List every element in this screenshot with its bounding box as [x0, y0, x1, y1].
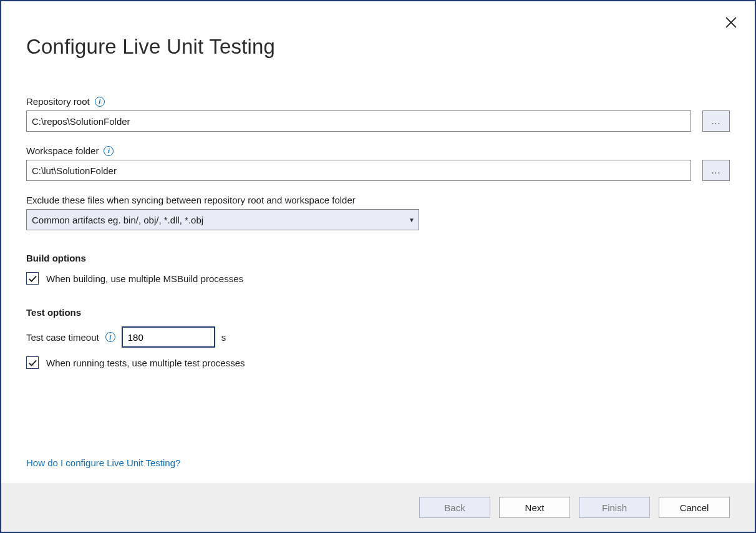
workspace-folder-label: Workspace folder [26, 145, 99, 156]
close-button[interactable] [725, 16, 737, 29]
close-icon [725, 17, 737, 28]
repository-root-label: Repository root [26, 96, 90, 107]
build-multi-msbuild-row: When building, use multiple MSBuild proc… [26, 272, 730, 285]
test-timeout-label: Test case timeout [26, 332, 99, 343]
workspace-folder-browse-button[interactable]: ... [702, 160, 730, 181]
check-icon [28, 358, 37, 368]
info-icon[interactable]: i [95, 97, 105, 107]
build-multi-msbuild-label: When building, use multiple MSBuild proc… [46, 273, 243, 284]
page-title: Configure Live Unit Testing [26, 35, 730, 59]
info-icon[interactable]: i [105, 332, 115, 342]
test-options-heading: Test options [26, 307, 730, 318]
test-multi-proc-label: When running tests, use multiple test pr… [46, 358, 245, 368]
back-button[interactable]: Back [419, 497, 490, 518]
repository-root-browse-button[interactable]: ... [702, 110, 730, 132]
info-icon[interactable]: i [104, 146, 114, 156]
field-repository-root: Repository root i ... [26, 96, 730, 132]
exclude-files-label: Exclude these files when syncing between… [26, 195, 356, 205]
repository-root-input[interactable] [26, 110, 691, 132]
field-exclude-files: Exclude these files when syncing between… [26, 195, 730, 230]
content-area: Configure Live Unit Testing Repository r… [1, 1, 755, 483]
exclude-files-selected: Common artifacts eg. bin/, obj/, *.dll, … [32, 215, 203, 225]
test-multi-proc-row: When running tests, use multiple test pr… [26, 356, 730, 369]
help-link[interactable]: How do I configure Live Unit Testing? [26, 457, 180, 468]
cancel-button[interactable]: Cancel [659, 497, 730, 518]
workspace-folder-input[interactable] [26, 160, 691, 181]
footer: Back Next Finish Cancel [1, 483, 755, 532]
test-timeout-unit: s [221, 332, 226, 343]
next-button[interactable]: Next [499, 497, 570, 518]
exclude-files-dropdown[interactable]: Common artifacts eg. bin/, obj/, *.dll, … [26, 209, 419, 230]
chevron-down-icon: ▼ [409, 217, 415, 223]
field-workspace-folder: Workspace folder i ... [26, 145, 730, 181]
build-options-heading: Build options [26, 253, 730, 263]
test-timeout-input[interactable] [122, 326, 215, 348]
check-icon [28, 274, 37, 283]
build-multi-msbuild-checkbox[interactable] [26, 272, 39, 285]
dialog-window: Configure Live Unit Testing Repository r… [0, 0, 756, 533]
test-multi-proc-checkbox[interactable] [26, 356, 39, 369]
finish-button[interactable]: Finish [579, 497, 650, 518]
test-timeout-row: Test case timeout i s [26, 326, 730, 348]
